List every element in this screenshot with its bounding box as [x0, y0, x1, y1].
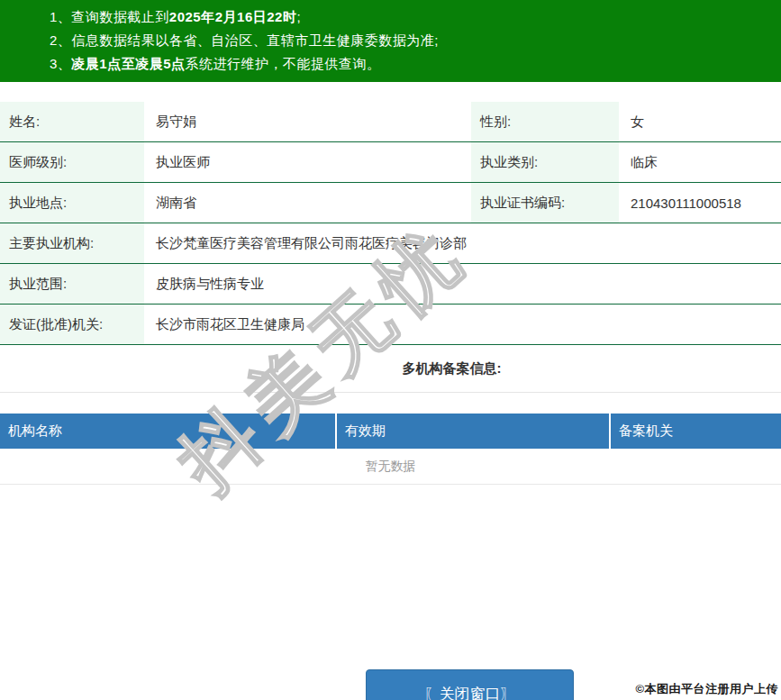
- column-header-institution-name: 机构名称: [0, 414, 335, 449]
- notice-line-1: 1、查询数据截止到2025年2月16日22时;: [0, 5, 781, 29]
- column-header-record-authority: 备案机关: [611, 414, 781, 449]
- gender-label: 性别:: [471, 102, 619, 141]
- name-value: 易守娟: [144, 102, 471, 141]
- practice-category-value: 临床: [619, 142, 781, 182]
- multi-institution-section-header: 多机构备案信息:: [0, 345, 781, 393]
- column-header-validity-period: 有效期: [337, 414, 609, 449]
- name-label: 姓名:: [0, 102, 144, 141]
- info-row-issuing-authority: 发证(批准)机关: 长沙市雨花区卫生健康局: [0, 305, 781, 345]
- practice-location-value: 湖南省: [144, 183, 471, 223]
- info-row-main-institution: 主要执业机构: 长沙梵童医疗美容管理有限公司雨花医疗美容门诊部: [0, 223, 781, 264]
- practitioner-info-table: 姓名: 易守娟 性别: 女 医师级别: 执业医师 执业类别: 临床 执业地点: …: [0, 102, 781, 345]
- doctor-level-label: 医师级别:: [0, 142, 144, 182]
- main-institution-value: 长沙梵童医疗美容管理有限公司雨花医疗美容门诊部: [144, 223, 781, 263]
- issuing-authority-label: 发证(批准)机关:: [0, 305, 144, 344]
- credit-watermark: ©本图由平台注册用户上传: [635, 681, 778, 697]
- close-window-button[interactable]: 〖关闭窗口〗: [366, 669, 574, 700]
- main-institution-label: 主要执业机构:: [0, 223, 144, 263]
- practice-scope-value: 皮肤病与性病专业: [144, 264, 781, 304]
- notice-line-2: 2、信息数据结果以各省、自治区、直辖市卫生健康委数据为准;: [0, 29, 781, 52]
- empty-data-row: 暂无数据: [0, 449, 781, 485]
- issuing-authority-value: 长沙市雨花区卫生健康局: [144, 305, 781, 344]
- section-title: 多机构备案信息:: [403, 360, 502, 377]
- info-row-name-gender: 姓名: 易守娟 性别: 女: [0, 102, 781, 142]
- certificate-no-label: 执业证书编码:: [471, 183, 619, 223]
- practice-category-label: 执业类别:: [471, 142, 619, 182]
- notice-line-3: 3、凌晨1点至凌晨5点系统进行维护，不能提供查询。: [0, 52, 781, 76]
- record-table-header: 机构名称 有效期 备案机关: [0, 414, 781, 449]
- gender-value: 女: [619, 102, 781, 141]
- info-row-location-certno: 执业地点: 湖南省 执业证书编码: 210430111000518: [0, 183, 781, 223]
- practice-location-label: 执业地点:: [0, 183, 144, 223]
- notice-banner: 1、查询数据截止到2025年2月16日22时; 2、信息数据结果以各省、自治区、…: [0, 0, 781, 82]
- doctor-level-value: 执业医师: [144, 142, 471, 182]
- info-row-practice-scope: 执业范围: 皮肤病与性病专业: [0, 264, 781, 305]
- info-row-level-category: 医师级别: 执业医师 执业类别: 临床: [0, 142, 781, 183]
- certificate-no-value: 210430111000518: [619, 183, 781, 223]
- record-table: 机构名称 有效期 备案机关 暂无数据: [0, 414, 781, 485]
- practice-scope-label: 执业范围:: [0, 264, 144, 304]
